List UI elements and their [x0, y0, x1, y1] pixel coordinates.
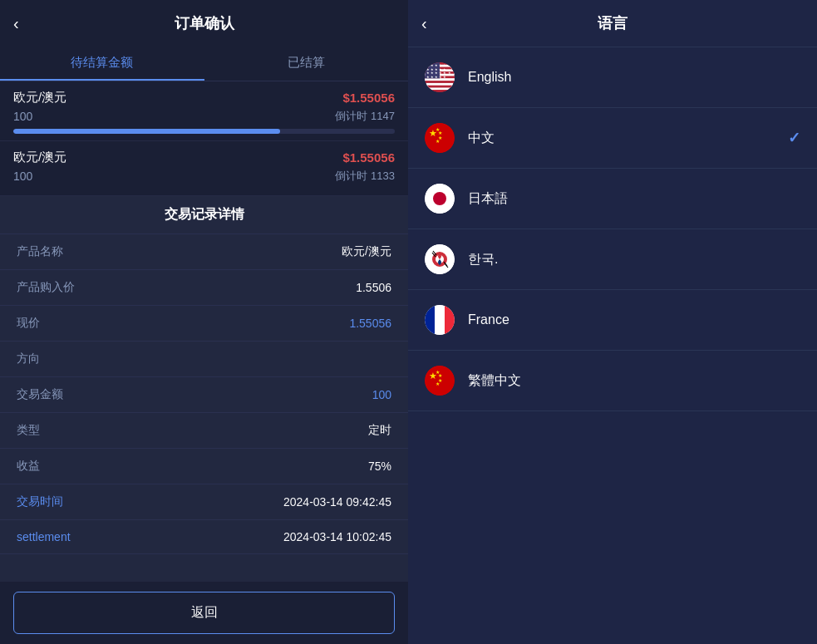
order-1-progress-bg [13, 129, 395, 134]
detail-label-0: 产品名称 [17, 244, 63, 259]
svg-rect-17 [425, 83, 455, 86]
lang-item-chinese[interactable]: ★ ★ ★ ★ ★ 中文 ✓ [408, 108, 817, 169]
flag-kr-icon [425, 244, 455, 274]
left-panel: ‹ 订单确认 待结算金额 已结算 欧元/澳元 $1.55056 100 倒计时 … [0, 0, 408, 644]
order-1-countdown: 倒计时 1147 [335, 109, 395, 124]
detail-label-8: settlement [17, 530, 71, 543]
detail-row-2: 现价 1.55056 [0, 306, 408, 342]
detail-label-7: 交易时间 [17, 494, 63, 509]
lang-french-label: France [468, 312, 800, 327]
detail-value-2: 1.55056 [349, 317, 391, 330]
detail-row-3: 方向 [0, 342, 408, 377]
detail-value-0: 欧元/澳元 [342, 244, 391, 259]
detail-value-6: 75% [368, 460, 391, 473]
svg-rect-50 [445, 305, 455, 335]
detail-label-2: 现价 [17, 316, 40, 331]
svg-rect-16 [425, 81, 455, 83]
detail-row-0: 产品名称 欧元/澳元 [0, 234, 408, 270]
lang-korean-label: 한국. [468, 251, 800, 268]
svg-rect-20 [425, 90, 455, 92]
left-title: 订单确认 [175, 13, 234, 33]
order-1-progress-fill [13, 129, 280, 134]
right-header: ‹ 语言 [408, 0, 817, 47]
left-header: ‹ 订单确认 [0, 0, 408, 47]
detail-row-6: 收益 75% [0, 449, 408, 484]
tab-settled[interactable]: 已结算 [204, 47, 409, 81]
lang-item-traditional-chinese[interactable]: ★ ★ ★ ★ ★ 繁體中文 [408, 351, 817, 411]
right-panel: ‹ 语言 [408, 0, 817, 644]
svg-rect-19 [425, 87, 455, 90]
language-list: ★ ★ ★ ★ ★ ★ ★ ★ ★ ★ ★ ★ ★ ★ ★ ★ ★ ★ ★ ★ … [408, 47, 817, 644]
order-list: 欧元/澳元 $1.55056 100 倒计时 1147 欧元/澳元 $1.550… [0, 81, 408, 196]
detail-row-7: 交易时间 2024-03-14 09:42:45 [0, 484, 408, 520]
svg-point-37 [433, 192, 446, 205]
detail-value-4: 100 [372, 388, 391, 401]
svg-text:★: ★ [436, 381, 440, 386]
tabs: 待结算金额 已结算 [0, 47, 408, 81]
lang-english-label: English [468, 70, 800, 85]
right-back-button[interactable]: ‹ [421, 14, 427, 33]
check-icon-chinese: ✓ [788, 129, 800, 147]
left-back-button[interactable]: ‹ [13, 14, 19, 33]
lang-traditional-chinese-label: 繁體中文 [468, 372, 800, 390]
detail-label-3: 方向 [17, 351, 40, 366]
order-2-pair: 欧元/澳元 [13, 150, 66, 165]
flag-cn-icon: ★ ★ ★ ★ ★ [425, 123, 455, 153]
svg-rect-18 [425, 86, 455, 88]
tab-pending[interactable]: 待结算金额 [0, 47, 204, 81]
detail-value-8: 2024-03-14 10:02:45 [283, 530, 391, 543]
flag-fr-icon [425, 305, 455, 335]
detail-label-6: 收益 [17, 459, 40, 474]
svg-text:★: ★ [436, 139, 440, 144]
svg-text:★ ★ ★ ★ ★: ★ ★ ★ ★ ★ [426, 75, 446, 79]
order-1-price: $1.55056 [342, 91, 395, 105]
detail-header: 交易记录详情 [0, 196, 408, 234]
svg-rect-15 [425, 78, 455, 81]
order-1-amount: 100 [13, 110, 32, 123]
order-2-countdown: 倒计时 1133 [335, 169, 395, 184]
detail-value-1: 1.5506 [356, 281, 391, 294]
svg-rect-49 [435, 305, 445, 335]
flag-tw-icon: ★ ★ ★ ★ ★ [425, 366, 455, 396]
detail-row-1: 产品购入价 1.5506 [0, 270, 408, 306]
right-title: 语言 [598, 13, 628, 33]
order-1-pair: 欧元/澳元 [13, 90, 66, 106]
svg-rect-48 [425, 305, 435, 335]
detail-value-7: 2024-03-14 09:42:45 [283, 495, 391, 509]
detail-row-8: settlement 2024-03-14 10:02:45 [0, 520, 408, 554]
detail-row-4: 交易金额 100 [0, 377, 408, 413]
lang-japanese-label: 日本語 [468, 190, 800, 208]
order-item-1[interactable]: 欧元/澳元 $1.55056 100 倒计时 1147 [0, 81, 408, 141]
lang-item-japanese[interactable]: 日本語 [408, 169, 817, 229]
detail-value-5: 定时 [368, 423, 391, 438]
detail-label-4: 交易金额 [17, 387, 63, 402]
lang-chinese-label: 中文 [468, 130, 788, 147]
order-2-price: $1.55056 [342, 150, 395, 165]
order-item-2[interactable]: 欧元/澳元 $1.55056 100 倒计时 1133 [0, 141, 408, 196]
lang-item-french[interactable]: France [408, 290, 817, 351]
flag-us-icon: ★ ★ ★ ★ ★ ★ ★ ★ ★ ★ ★ ★ ★ ★ ★ ★ ★ ★ ★ ★ … [425, 62, 455, 92]
lang-item-english[interactable]: ★ ★ ★ ★ ★ ★ ★ ★ ★ ★ ★ ★ ★ ★ ★ ★ ★ ★ ★ ★ … [408, 47, 817, 108]
flag-jp-icon [425, 184, 455, 214]
order-2-amount: 100 [13, 170, 32, 183]
lang-item-korean[interactable]: 한국. [408, 229, 817, 290]
detail-row-5: 类型 定时 [0, 413, 408, 449]
back-button[interactable]: 返回 [13, 592, 395, 634]
detail-label-1: 产品购入价 [17, 280, 75, 295]
back-button-container: 返回 [0, 582, 408, 644]
detail-label-5: 类型 [17, 423, 40, 438]
detail-section: 交易记录详情 产品名称 欧元/澳元 产品购入价 1.5506 现价 1.5505… [0, 196, 408, 582]
